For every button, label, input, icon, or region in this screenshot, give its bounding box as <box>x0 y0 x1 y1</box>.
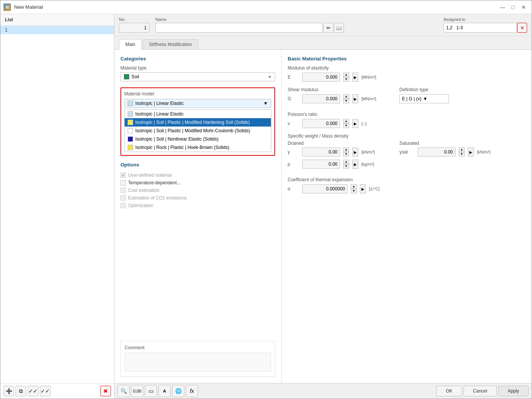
alpha-spin-up[interactable]: ▲ <box>351 184 357 189</box>
v-spin-group: ▲ ▼ <box>343 119 349 128</box>
check1-button[interactable]: ✓✓ <box>28 386 38 396</box>
alpha-row: α ▲ ▼ ▶ [1/°C] <box>288 184 526 193</box>
option-checkbox-1[interactable] <box>120 180 126 185</box>
new-material-window: N New Material — □ ✕ List 1 ➕ ⧉ ✓✓ ✓✓ ✖ <box>0 0 532 399</box>
v-label: v <box>288 121 299 126</box>
gamma-spin-up[interactable]: ▲ <box>343 147 349 152</box>
book-icon-button[interactable]: 📖 <box>334 23 344 33</box>
dropdown-item-label-0: Isotropic | Linear Elastic <box>135 111 184 117</box>
rho-arrow-right[interactable]: ▶ <box>352 160 358 169</box>
text-tool-button[interactable]: A <box>158 385 171 397</box>
g-spin-down[interactable]: ▼ <box>343 99 349 103</box>
def-type-value: E | G | (v) <box>402 96 421 101</box>
modulus-group: Modulus of elasticity E ▲ ▼ ▶ [MN/m²] <box>288 65 526 82</box>
gamma-input[interactable] <box>302 147 340 157</box>
rho-input[interactable] <box>302 160 340 169</box>
top-fields: No. Name ✏ 📖 Assigned to ✕ <box>114 14 532 36</box>
v-input[interactable] <box>302 119 340 128</box>
option-item-3: Estimation of CO2 emissions <box>120 194 275 202</box>
basic-props-section: Basic Material Properties Modulus of ela… <box>288 56 526 193</box>
e-spin-up[interactable]: ▲ <box>343 73 349 77</box>
def-type-select[interactable]: E | G | (v) ▼ <box>399 94 449 103</box>
dropdown-item-label-3: Isotropic | Soil | Nonlinear Elastic (So… <box>135 136 218 142</box>
number-tool-button[interactable]: 0,00 <box>131 385 143 397</box>
alpha-arrow-right[interactable]: ▶ <box>360 184 366 193</box>
option-checkbox-4 <box>120 203 126 208</box>
categories-title: Categories <box>120 56 275 62</box>
dropdown-item-3[interactable]: Isotropic | Soil | Nonlinear Elastic (So… <box>125 135 271 143</box>
alpha-input[interactable] <box>302 184 348 193</box>
apply-button[interactable]: Apply <box>498 386 529 396</box>
drained-label: Drained <box>288 141 384 146</box>
ysat-input[interactable] <box>418 147 456 157</box>
dropdown-item-2[interactable]: Isotropic | Soil | Plastic | Modified Mo… <box>125 127 271 135</box>
rho-spin-down[interactable]: ▼ <box>343 164 349 169</box>
basic-props-title: Basic Material Properties <box>288 56 526 62</box>
v-arrow-right[interactable]: ▶ <box>352 119 358 128</box>
v-spin-down[interactable]: ▼ <box>343 124 349 128</box>
list-item[interactable]: 1 <box>0 26 114 34</box>
ysat-arrow-right[interactable]: ▶ <box>468 147 474 157</box>
option-label-4: Optimization <box>128 203 154 208</box>
option-label-1[interactable]: Temperature-dependent... <box>128 180 180 185</box>
no-input[interactable] <box>119 23 149 33</box>
option-label-3: Estimation of CO2 emissions <box>128 195 187 201</box>
edit-icon-button[interactable]: ✏ <box>323 23 333 33</box>
assigned-input[interactable] <box>443 23 516 33</box>
rho-spin-up[interactable]: ▲ <box>343 160 349 164</box>
gamma-unit: [kN/m³] <box>361 150 384 154</box>
comment-label: Comment <box>125 345 271 350</box>
tab-stiffness[interactable]: Stiffness Modification <box>142 39 198 49</box>
e-spin-down[interactable]: ▼ <box>343 77 349 82</box>
material-model-section: Material model Isotropic | Linear Elasti… <box>120 87 275 156</box>
material-type-select[interactable]: Soil ▼ <box>120 72 275 81</box>
name-input[interactable] <box>155 23 323 33</box>
dropdown-list: Isotropic | Linear Elastic Isotropic | S… <box>124 109 271 152</box>
dropdown-item-1[interactable]: Isotropic | Soil | Plastic | Modified Ha… <box>125 118 271 127</box>
g-label: G <box>288 96 299 101</box>
close-button[interactable]: ✕ <box>519 2 529 12</box>
globe-tool-button[interactable]: 🌐 <box>172 385 184 397</box>
e-input[interactable] <box>302 73 340 82</box>
v-spin-up[interactable]: ▲ <box>343 119 349 124</box>
dropdown-item-4[interactable]: Isotropic | Rock | Plastic | Hoek-Brown … <box>125 143 271 152</box>
check2-button[interactable]: ✓✓ <box>40 386 51 396</box>
def-type-arrow: ▼ <box>423 96 428 101</box>
thermal-label: Coefficient of thermal expansion <box>288 177 526 182</box>
g-input[interactable] <box>302 94 340 103</box>
option-item-4: Optimization <box>120 202 275 209</box>
minimize-button[interactable]: — <box>497 2 507 12</box>
ysat-spin-down[interactable]: ▼ <box>459 152 465 157</box>
rect-tool-button[interactable]: ▭ <box>145 385 157 397</box>
dropdown-item-0[interactable]: Isotropic | Linear Elastic <box>125 110 271 118</box>
g-arrow-right[interactable]: ▶ <box>352 94 358 103</box>
e-arrow-right[interactable]: ▶ <box>352 73 358 82</box>
delete-button[interactable]: ✖ <box>100 386 111 396</box>
shear-col: Shear modulus G ▲ ▼ ▶ <box>288 87 384 106</box>
ysat-spin-up[interactable]: ▲ <box>459 147 465 152</box>
add-button[interactable]: ➕ <box>3 386 14 396</box>
g-spin-up[interactable]: ▲ <box>343 94 349 99</box>
search-tool-button[interactable]: 🔍 <box>117 385 130 397</box>
alpha-spin-down[interactable]: ▼ <box>351 189 357 193</box>
g-row: G ▲ ▼ ▶ [MN/m²] <box>288 94 384 103</box>
options-title: Options <box>120 162 275 168</box>
window-controls: — □ ✕ <box>497 2 529 12</box>
material-model-dropdown-header[interactable]: Isotropic | Linear Elastic ▼ <box>124 99 271 108</box>
no-label: No. <box>119 17 149 22</box>
bottom-toolbar: 🔍 0,00 ▭ A 🌐 fx OK Cancel Apply <box>114 383 532 399</box>
assigned-clear-button[interactable]: ✕ <box>517 23 527 33</box>
rho-unit: [kg/m³] <box>361 162 384 166</box>
maximize-button[interactable]: □ <box>508 2 518 12</box>
formula-tool-button[interactable]: fx <box>186 385 198 397</box>
gamma-arrow-right[interactable]: ▶ <box>352 147 358 157</box>
gamma-spin-down[interactable]: ▼ <box>343 152 349 157</box>
shear-def-row: Shear modulus G ▲ ▼ ▶ <box>288 87 526 106</box>
assigned-field-group: Assigned to ✕ <box>443 17 527 33</box>
comment-textarea[interactable] <box>125 353 271 372</box>
copy-button[interactable]: ⧉ <box>16 386 26 396</box>
ysat-spin: ▲ ▼ <box>459 147 465 157</box>
ok-button[interactable]: OK <box>436 386 462 396</box>
tab-main[interactable]: Main <box>119 39 142 50</box>
cancel-button[interactable]: Cancel <box>464 386 497 396</box>
